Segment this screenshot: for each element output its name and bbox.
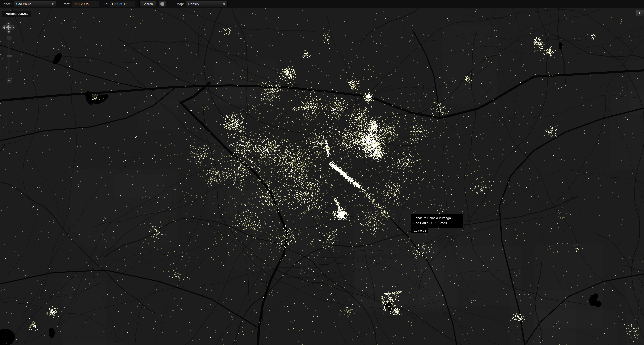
search-button-label: Search — [142, 2, 153, 6]
tooltip-more-badge[interactable]: [ 10 more ] — [411, 228, 428, 233]
pan-left-icon[interactable] — [3, 26, 5, 29]
zoom-out-button[interactable]: − — [7, 78, 12, 83]
pan-down-icon[interactable] — [7, 31, 10, 33]
map-type-select-value: Density — [188, 2, 199, 6]
select-arrows-icon — [223, 3, 225, 5]
select-arrows-icon — [52, 3, 54, 5]
photo-count-badge: Photos: 295259 — [2, 11, 31, 17]
map-tooltip: Bandeira Palácio Ipiranga - São Paulo - … — [411, 214, 463, 233]
to-input[interactable] — [110, 1, 135, 7]
map-type-select[interactable]: Density — [186, 1, 228, 7]
zoom-control: + − — [7, 36, 12, 83]
zoom-in-button[interactable]: + — [7, 36, 12, 41]
map-viewport[interactable] — [0, 8, 644, 345]
zoom-slider-track[interactable] — [8, 40, 10, 79]
place-label: Place: — [3, 2, 12, 6]
pan-up-icon[interactable] — [7, 23, 10, 24]
zoom-slider-handle[interactable] — [7, 55, 12, 57]
pan-right-icon[interactable] — [13, 26, 14, 29]
tooltip-line1: Bandeira Palácio Ipiranga - — [413, 216, 461, 221]
tooltip-line2: São Paulo - SP - Brasil — [413, 221, 461, 226]
clear-circle-x-icon: ✕ — [160, 2, 164, 6]
to-label: To: — [104, 2, 108, 6]
from-input[interactable] — [72, 1, 99, 7]
place-select[interactable]: Sao Paulo — [14, 1, 56, 7]
from-label: From: — [62, 2, 70, 6]
pan-control — [2, 22, 15, 34]
tooltip-place-name: Bandeira Palácio Ipiranga - São Paulo - … — [411, 214, 463, 228]
collapse-left-arrow-icon — [638, 11, 640, 14]
search-button[interactable]: Search — [139, 1, 156, 7]
map-label: Map: — [177, 2, 184, 6]
panel-collapse-button[interactable] — [636, 10, 644, 16]
clear-search-button[interactable]: ✕ — [159, 1, 166, 7]
place-select-value: Sao Paulo — [16, 2, 31, 6]
recenter-crosshair-icon[interactable] — [7, 26, 11, 30]
density-map-canvas[interactable] — [0, 8, 644, 345]
toolbar: Place: Sao Paulo From: To: Search ✕ Map:… — [0, 0, 644, 8]
